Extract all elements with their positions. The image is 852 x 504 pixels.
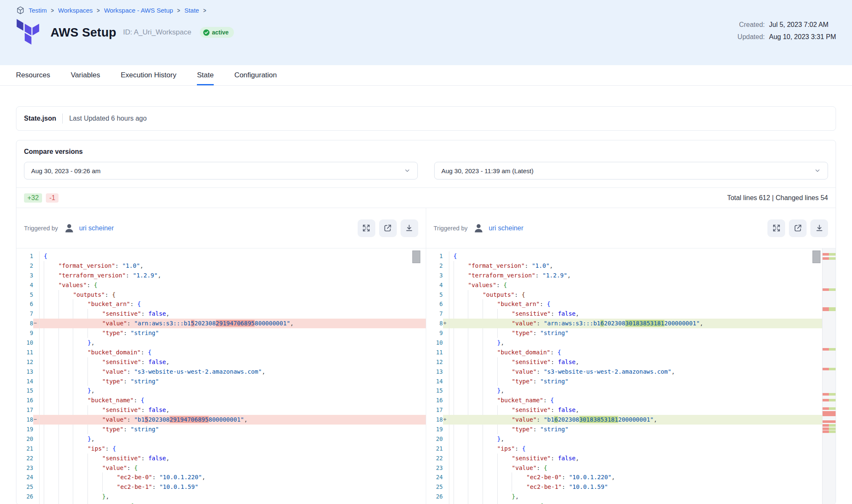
line-number: 12 (426, 357, 443, 367)
diff-marker (443, 434, 449, 444)
breadcrumb: Testim > Workspaces > Workspace - AWS Se… (16, 0, 836, 15)
diff-marker (443, 251, 449, 261)
diff-marker (443, 454, 449, 463)
version-select-right[interactable]: Aug 30, 2023 - 11:39 am (Latest) (434, 162, 828, 179)
breadcrumb-link-workspaces[interactable]: Workspaces (58, 7, 93, 14)
code-text: "type": [ (449, 501, 836, 504)
diff-marker (33, 271, 39, 280)
line-number: 3 (16, 271, 33, 280)
updated-value: Aug 10, 2023 3:31 PM (769, 33, 836, 41)
line-number: 18 (16, 415, 33, 425)
diff-ruler-mark (823, 430, 836, 433)
line-number: 8 (426, 319, 443, 328)
code-line: 13"value": "s3-website-us-west-2.amazona… (16, 367, 426, 377)
code-text: "format_version": "1.0", (39, 261, 426, 271)
triggered-by-user-link[interactable]: uri scheiner (488, 224, 523, 232)
diff-marker (33, 501, 39, 504)
download-button[interactable] (810, 219, 828, 237)
line-number: 12 (16, 357, 33, 367)
diff-marker (443, 472, 449, 482)
expand-button[interactable] (767, 219, 785, 237)
scrollbar-thumb[interactable] (812, 251, 820, 263)
code-text: { (449, 251, 836, 261)
line-number: 2 (16, 261, 33, 271)
code-line: 2"format_version": "1.0", (16, 261, 426, 271)
line-number: 13 (16, 367, 33, 377)
expand-button[interactable] (358, 219, 375, 237)
line-number: 21 (16, 444, 33, 454)
diff-marker (33, 425, 39, 434)
terraform-logo (16, 18, 41, 46)
diff-marker (443, 405, 449, 415)
code-line: 11"bucket_domain": { (426, 348, 836, 357)
line-number: 1 (16, 251, 33, 261)
code-text: "sensitive": false, (39, 454, 426, 463)
code-line: 21"ips": { (16, 444, 426, 454)
code-text: }, (449, 338, 836, 348)
code-line: 14"type": "string" (426, 377, 836, 386)
code-line: 22"sensitive": false, (16, 454, 426, 463)
tab-resources[interactable]: Resources (16, 65, 50, 85)
code-line: 16"bucket_name": { (16, 396, 426, 405)
line-number: 7 (16, 309, 33, 319)
diff-marker (443, 271, 449, 280)
workspace-dates: Created: Jul 5, 2023 7:02 AM Updated: Au… (738, 21, 836, 41)
code-text: "bucket_name": { (449, 396, 836, 405)
tab-execution-history[interactable]: Execution History (121, 65, 176, 85)
breadcrumb-link-workspace[interactable]: Workspace - AWS Setup (104, 7, 173, 14)
code-line: 12"sensitive": false, (426, 357, 836, 367)
triggered-by-label: Triggered by (434, 225, 468, 232)
open-external-button[interactable] (379, 219, 397, 237)
code-line: 19"type": "string" (426, 425, 836, 434)
diff-marker (443, 367, 449, 377)
code-text: "type": "string" (449, 377, 836, 386)
divider (62, 113, 63, 124)
page-header: Testim > Workspaces > Workspace - AWS Se… (0, 0, 852, 65)
open-external-button[interactable] (789, 219, 807, 237)
code-text: "value": "s3-website-us-west-2.amazonaws… (449, 367, 836, 377)
triggered-by-user-link[interactable]: uri scheiner (79, 224, 114, 232)
line-number: 10 (426, 338, 443, 348)
line-number: 19 (426, 425, 443, 434)
diff-marker (33, 377, 39, 386)
diff-marker: + (443, 319, 449, 328)
code-text: "value": { (39, 463, 426, 473)
line-number: 11 (16, 348, 33, 357)
diff-ruler-mark (823, 411, 836, 416)
diff-marker (33, 309, 39, 319)
line-number: 14 (16, 377, 33, 386)
code-text: "ips": { (39, 444, 426, 454)
diff-marker (443, 396, 449, 405)
code-line: 6"bucket_arn": { (426, 299, 836, 309)
code-text: "type": "string" (39, 328, 426, 338)
version-select-left[interactable]: Aug 30, 2023 - 09:26 am (24, 162, 418, 179)
code-text: "bucket_domain": { (449, 348, 836, 357)
version-select-left-value: Aug 30, 2023 - 09:26 am (31, 167, 101, 174)
code-line: 10}, (16, 338, 426, 348)
user-avatar-icon (64, 222, 75, 234)
scrollbar-thumb[interactable] (412, 251, 420, 263)
status-badge-label: active (212, 29, 229, 36)
diff-marker (443, 309, 449, 319)
code-line: 20}, (426, 434, 836, 444)
code-line: 2"format_version": "1.0", (426, 261, 836, 271)
tab-variables[interactable]: Variables (71, 65, 100, 85)
download-button[interactable] (401, 219, 418, 237)
line-number: 25 (16, 482, 33, 492)
line-number: 24 (16, 472, 33, 482)
code-text: "format_version": "1.0", (449, 261, 836, 271)
tab-state[interactable]: State (197, 65, 214, 85)
diff-ruler-mark (823, 424, 836, 427)
status-badge: active (200, 27, 234, 38)
download-icon (815, 224, 824, 232)
tab-configuration[interactable]: Configuration (234, 65, 277, 85)
code-line: 16"bucket_name": { (426, 396, 836, 405)
diff-marker (33, 348, 39, 357)
line-number: 8 (16, 319, 33, 328)
compare-versions-card: Compare versions Aug 30, 2023 - 09:26 am… (16, 140, 836, 504)
breadcrumb-link-testim[interactable]: Testim (29, 7, 47, 14)
breadcrumb-link-state[interactable]: State (184, 7, 199, 14)
code-line: 4"values": { (426, 280, 836, 290)
code-line: 8+"value": "arn:aws:s3:::b16202308301838… (426, 319, 836, 328)
line-number: 6 (16, 299, 33, 309)
